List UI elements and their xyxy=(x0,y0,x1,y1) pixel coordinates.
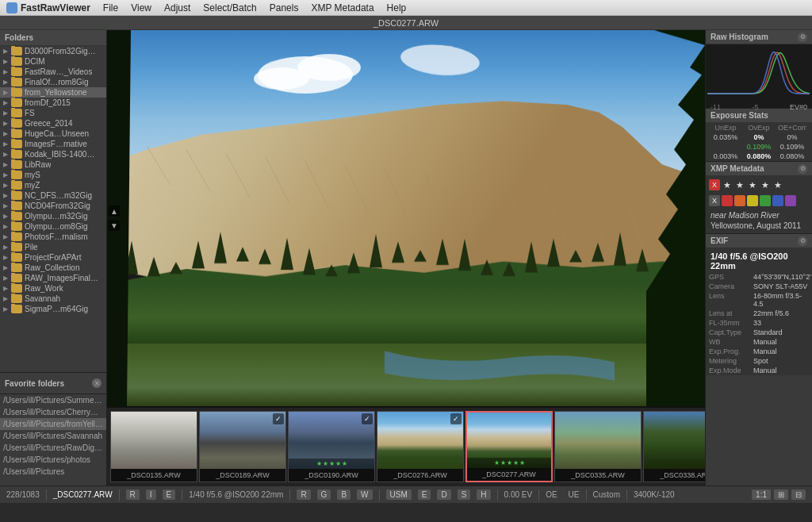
thumbnail-item[interactable]: ★★★★★ ✓ _DSC0190.ARW xyxy=(288,411,375,482)
folder-item[interactable]: ▶ ImagesF…rnative xyxy=(0,139,106,149)
thumbnail-item[interactable]: ✓ _DSC0338.ARW xyxy=(643,411,705,482)
status-divider-3 xyxy=(182,489,182,501)
status-grid-button[interactable]: ⊟ xyxy=(791,489,806,500)
folder-label: from_Yellowstone xyxy=(25,88,87,97)
status-channel-w[interactable]: W xyxy=(357,489,372,500)
folder-item[interactable]: ▶ ProjectForAPArt xyxy=(0,252,106,263)
status-fit-button[interactable]: ⊞ xyxy=(774,489,788,500)
folder-item[interactable]: ▶ myS xyxy=(0,170,106,180)
folder-label: FastRaw…_Videos xyxy=(25,67,92,76)
favorite-item[interactable]: /Users/ill/Pictures/Summer_in_C… xyxy=(0,394,106,406)
status-tool-h[interactable]: H xyxy=(477,489,490,500)
thumbnail-item[interactable]: ✓ _DSC0189.ARW xyxy=(199,411,286,482)
exif-value: Manual xyxy=(753,347,809,355)
favorites-list[interactable]: /Users/ill/Pictures/Summer_in_C…/Users/i… xyxy=(0,394,106,486)
color-orange-dot[interactable] xyxy=(734,195,745,206)
xmp-clear-color-button[interactable]: X xyxy=(709,195,720,206)
menu-xmp-metadata[interactable]: XMP Metadata xyxy=(311,2,373,13)
folders-list[interactable]: ▶ D3000From32Gig… ▶ DCIM ▶ FastRaw…_Vide… xyxy=(0,46,106,372)
folder-item[interactable]: ▶ Pile xyxy=(0,242,106,252)
menu-help[interactable]: Help xyxy=(387,2,407,13)
exif-settings-button[interactable]: ⚙ xyxy=(798,236,807,246)
color-purple-dot[interactable] xyxy=(785,195,796,206)
status-mode-e[interactable]: E xyxy=(163,489,176,500)
folder-item[interactable]: ▶ Olympu…m32Gig xyxy=(0,211,106,221)
xmp-header: XMP Metadata ⚙ xyxy=(706,162,812,176)
thumbnail-item[interactable]: _DSC0335.ARW xyxy=(554,411,642,482)
favorite-item[interactable]: /Users/ill/Pictures/CherryBlosso… xyxy=(0,406,106,418)
exif-row: Lens at 22mm f/5.6 xyxy=(706,309,812,318)
status-channel-r[interactable]: R xyxy=(297,489,310,500)
thumb-filename: _DSC0135.ARW xyxy=(111,469,197,482)
favorite-item[interactable]: /Users/ill/Pictures/RawDigger_r… xyxy=(0,442,106,454)
status-tool-e[interactable]: E xyxy=(418,489,431,500)
folder-item[interactable]: ▶ fromDf_2015 xyxy=(0,98,106,108)
color-yellow-dot[interactable] xyxy=(747,195,758,206)
folder-item[interactable]: ▶ Raw_Collection xyxy=(0,263,106,273)
folder-item[interactable]: ▶ Kodak_IBIS-1400… xyxy=(0,149,106,159)
menu-view[interactable]: View xyxy=(131,2,151,13)
folder-item[interactable]: ▶ PhotosF…rnalism xyxy=(0,232,106,242)
favorite-item[interactable]: /Users/ill/Pictures/fromYellowst… xyxy=(0,418,106,430)
status-custom: Custom xyxy=(593,490,620,499)
color-blue-dot[interactable] xyxy=(772,195,783,206)
status-channel-b[interactable]: B xyxy=(337,489,350,500)
xmp-star-5[interactable]: ★ xyxy=(772,179,783,190)
folder-item[interactable]: ▶ FastRaw…_Videos xyxy=(0,67,106,77)
folder-item[interactable]: ▶ LibRaw xyxy=(0,159,106,170)
xmp-star-4[interactable]: ★ xyxy=(760,179,771,190)
status-mode-i[interactable]: I xyxy=(146,489,156,500)
favorite-item[interactable]: /Users/ill/Pictures xyxy=(0,466,106,478)
color-green-dot[interactable] xyxy=(760,195,771,206)
folder-item[interactable]: ▶ NC_DFS…m32Gig xyxy=(0,190,106,201)
histogram-section: Raw Histogram ⚙ -11 -5 EV#0 xyxy=(706,30,812,109)
menu-adjust[interactable]: Adjust xyxy=(164,2,190,13)
nav-down-arrow[interactable]: ▼ xyxy=(109,220,120,231)
folder-item[interactable]: ▶ HugeCa…Unseen xyxy=(0,129,106,139)
folder-item[interactable]: ▶ RAW_ImagesFinal… xyxy=(0,273,106,283)
folder-item[interactable]: ▶ D3000From32Gig… xyxy=(0,46,106,56)
xmp-settings-button[interactable]: ⚙ xyxy=(798,164,807,174)
folder-item[interactable]: ▶ Olympu…om8Gig xyxy=(0,221,106,232)
exif-key: Camera xyxy=(709,282,750,290)
thumbnail-item[interactable]: ★★★★★ _DSC0277.ARW xyxy=(465,411,553,482)
menu-panels[interactable]: Panels xyxy=(270,2,299,13)
folder-icon xyxy=(11,88,22,97)
folder-item[interactable]: ▶ DCIM xyxy=(0,56,106,67)
folder-item[interactable]: ▶ from_Yellowstone xyxy=(0,87,106,98)
folder-item[interactable]: ▶ SigmaP…m64Gig xyxy=(0,304,106,314)
folder-item[interactable]: ▶ Raw_Work xyxy=(0,283,106,294)
color-red-dot[interactable] xyxy=(722,195,733,206)
xmp-reject-button[interactable]: X xyxy=(709,179,720,190)
xmp-star-2[interactable]: ★ xyxy=(734,179,745,190)
status-channel-g[interactable]: G xyxy=(317,489,331,500)
menu-select-batch[interactable]: Select/Batch xyxy=(203,2,256,13)
folder-item[interactable]: ▶ FinalOf…rom8Gig xyxy=(0,77,106,87)
folder-item[interactable]: ▶ FS xyxy=(0,108,106,118)
status-zoom-button[interactable]: 1:1 xyxy=(752,489,771,500)
xmp-star-1[interactable]: ★ xyxy=(722,179,733,190)
folder-item[interactable]: ▶ Savannah xyxy=(0,294,106,304)
panel-close-button[interactable]: ✕ xyxy=(92,378,102,388)
status-mode-r[interactable]: R xyxy=(126,489,140,500)
histogram-settings-button[interactable]: ⚙ xyxy=(798,33,807,42)
exp-val-3-3: 0.080% xyxy=(776,152,809,160)
nav-up-arrow[interactable]: ▲ xyxy=(109,205,120,217)
folder-item[interactable]: ▶ myZ xyxy=(0,180,106,190)
thumb-star: ★ xyxy=(507,459,512,466)
status-tool-s[interactable]: S xyxy=(458,489,471,500)
folder-item[interactable]: ▶ NCD04From32Gig xyxy=(0,201,106,211)
exif-row: WB Manual xyxy=(706,337,812,347)
status-tool-usm[interactable]: USM xyxy=(386,489,412,500)
status-tool-d[interactable]: D xyxy=(437,489,450,500)
thumbnail-item[interactable]: _DSC0135.ARW xyxy=(110,411,197,482)
menu-file[interactable]: File xyxy=(103,2,118,13)
xmp-star-3[interactable]: ★ xyxy=(747,179,758,190)
favorite-item[interactable]: /Users/ill/Pictures/photos xyxy=(0,454,106,466)
folder-item[interactable]: ▶ Greece_2014 xyxy=(0,118,106,129)
thumbnail-item[interactable]: ✓ _DSC0276.ARW xyxy=(377,411,464,482)
exposure-header-row: UnExp OvExp OE+Corr xyxy=(706,123,812,132)
favorite-item[interactable]: /Users/ill/Pictures/Savannah xyxy=(0,430,106,442)
app-name[interactable]: FastRawViewer xyxy=(21,2,90,13)
exif-fields: GPS 44°53'39"N,110°2' Camera SONY SLT-A5… xyxy=(706,272,812,375)
